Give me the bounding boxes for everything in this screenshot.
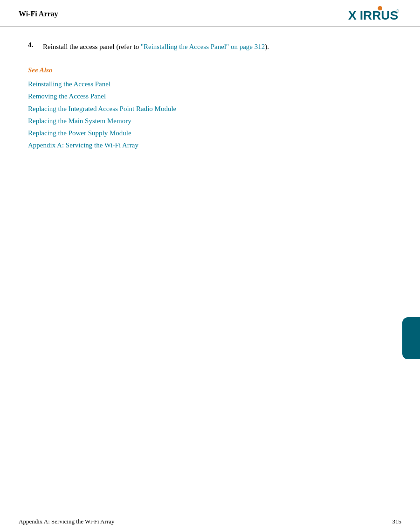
see-also-link-replacing-memory[interactable]: Replacing the Main System Memory xyxy=(28,115,392,127)
svg-text:®: ® xyxy=(396,8,399,14)
see-also-link-reinstalling[interactable]: Reinstalling the Access Panel xyxy=(28,78,392,90)
step-4-text-before: Reinstall the access panel (refer to xyxy=(43,43,141,50)
header-title: Wi-Fi Array xyxy=(19,10,58,18)
see-also-title: See Also xyxy=(28,66,392,74)
step-number-4: 4. xyxy=(28,41,37,52)
side-tab xyxy=(402,317,420,359)
step-4-text: Reinstall the access panel (refer to "Re… xyxy=(43,41,269,52)
see-also-link-replacing-power[interactable]: Replacing the Power Supply Module xyxy=(28,127,392,139)
page-footer: Appendix A: Servicing the Wi-Fi Array 31… xyxy=(0,513,420,530)
svg-text:X: X xyxy=(348,8,357,22)
logo: X IRRUS ® xyxy=(348,6,401,22)
xirrus-logo-svg: X IRRUS ® xyxy=(348,6,401,22)
see-also-link-appendix[interactable]: Appendix A: Servicing the Wi-Fi Array xyxy=(28,139,392,151)
see-also-link-removing[interactable]: Removing the Access Panel xyxy=(28,90,392,102)
see-also-link-replacing-radio[interactable]: Replacing the Integrated Access Point Ra… xyxy=(28,103,392,115)
footer-left: Appendix A: Servicing the Wi-Fi Array xyxy=(19,518,114,525)
step-4: 4. Reinstall the access panel (refer to … xyxy=(28,41,392,52)
page-header: Wi-Fi Array X IRRUS ® xyxy=(0,0,420,27)
reinstall-access-panel-link[interactable]: "Reinstalling the Access Panel" on page … xyxy=(141,43,265,50)
footer-page-number: 315 xyxy=(392,518,402,525)
step-4-text-after: ). xyxy=(265,43,269,50)
see-also-section: See Also Reinstalling the Access Panel R… xyxy=(28,66,392,152)
svg-text:IRRUS: IRRUS xyxy=(360,8,399,22)
main-content: 4. Reinstall the access panel (refer to … xyxy=(0,27,420,166)
